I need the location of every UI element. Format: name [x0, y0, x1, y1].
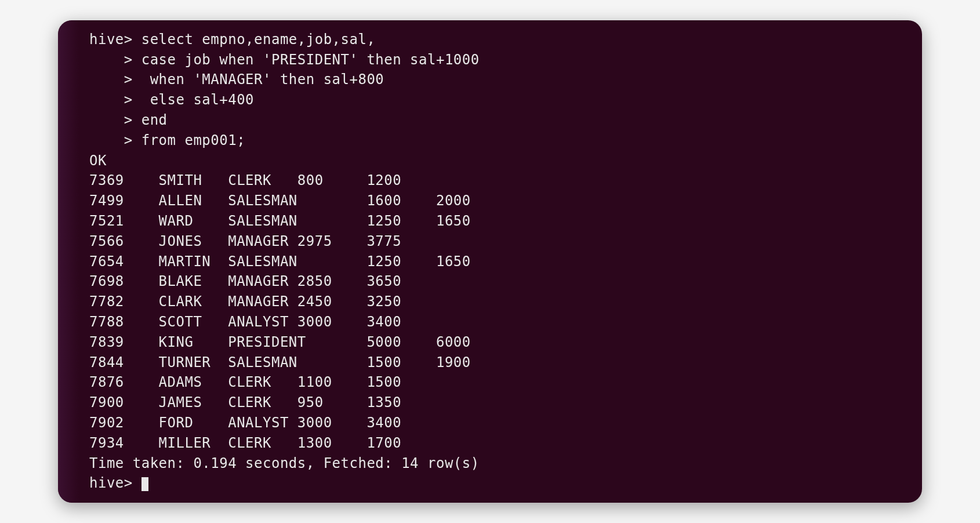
result-row: 7499 ALLEN SALESMAN 1600 2000 — [89, 191, 922, 211]
result-row: 7839 KING PRESIDENT 5000 6000 — [89, 332, 922, 353]
status-ok: OK — [89, 151, 922, 171]
query-line: > when 'MANAGER' then sal+800 — [89, 70, 922, 90]
prompt-line[interactable]: hive> — [89, 473, 922, 493]
result-row: 7521 WARD SALESMAN 1250 1650 — [89, 211, 922, 231]
terminal-window[interactable]: hive> select empno,ename,job,sal, > case… — [58, 20, 922, 503]
query-line: > else sal+400 — [89, 90, 922, 110]
time-summary: Time taken: 0.194 seconds, Fetched: 14 r… — [89, 453, 922, 474]
result-row: 7844 TURNER SALESMAN 1500 1900 — [89, 353, 922, 373]
result-row: 7900 JAMES CLERK 950 1350 — [89, 393, 922, 413]
result-row: 7876 ADAMS CLERK 1100 1500 — [89, 372, 922, 393]
result-row: 7902 FORD ANALYST 3000 3400 — [89, 413, 922, 433]
result-row: 7782 CLARK MANAGER 2450 3250 — [89, 292, 922, 312]
result-row: 7788 SCOTT ANALYST 3000 3400 — [89, 312, 922, 332]
result-row: 7934 MILLER CLERK 1300 1700 — [89, 433, 922, 453]
result-row: 7566 JONES MANAGER 2975 3775 — [89, 231, 922, 252]
prompt: hive> — [89, 475, 141, 491]
query-line: > case job when 'PRESIDENT' then sal+100… — [89, 50, 922, 70]
query-line: > from emp001; — [89, 130, 922, 151]
terminal-content[interactable]: hive> select empno,ename,job,sal, > case… — [58, 20, 922, 503]
result-row: 7369 SMITH CLERK 800 1200 — [89, 170, 922, 191]
query-line: hive> select empno,ename,job,sal, — [89, 30, 922, 50]
result-row: 7698 BLAKE MANAGER 2850 3650 — [89, 271, 922, 292]
query-line: > end — [89, 110, 922, 130]
cursor-icon — [141, 477, 148, 491]
result-row: 7654 MARTIN SALESMAN 1250 1650 — [89, 252, 922, 272]
